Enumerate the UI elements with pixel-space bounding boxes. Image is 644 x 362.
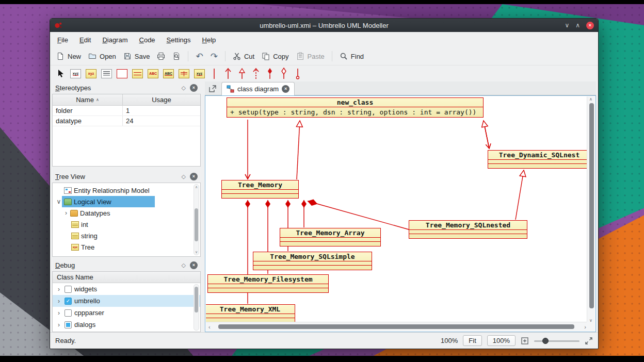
table-row[interactable]: datatype 24	[53, 116, 200, 126]
debug-item-cppparser[interactable]: › cppparser	[53, 307, 200, 319]
uml-class-tree-dynamic-sqlnest[interactable]: Tree_Dynamic_SQLnest	[488, 150, 589, 169]
expand-icon[interactable]: ›	[56, 286, 62, 292]
scrollbar-thumb[interactable]	[195, 208, 198, 241]
page-zoom-icon[interactable]	[521, 337, 529, 345]
column-header-usage[interactable]: Usage	[123, 94, 200, 105]
expand-icon[interactable]: ›	[63, 210, 69, 216]
checkbox-umbrello[interactable]: ✓	[65, 298, 72, 305]
uml-class-tree-memory-filesystem[interactable]: Tree_Memory_Filesystem	[207, 274, 329, 293]
print-button[interactable]	[157, 52, 165, 60]
print-preview-button[interactable]	[172, 52, 181, 60]
close-button[interactable]: ×	[586, 22, 594, 29]
debug-item-umbrello[interactable]: › ✓ umbrello	[53, 295, 200, 307]
close-tab-icon[interactable]: ×	[282, 85, 289, 93]
menu-file[interactable]: File	[57, 36, 68, 44]
tree-item-logical-view[interactable]: ∨ Logical View	[53, 196, 200, 207]
zoom-slider[interactable]	[534, 337, 579, 344]
scroll-right-icon[interactable]: ›	[584, 324, 586, 330]
float-panel-icon[interactable]: ◇	[182, 262, 186, 268]
anchor-tool[interactable]	[293, 67, 302, 80]
checkbox-dialogs[interactable]	[65, 321, 72, 328]
class-tool[interactable]	[132, 69, 143, 78]
fullscreen-icon[interactable]	[585, 337, 593, 345]
expand-icon[interactable]: ›	[56, 322, 62, 328]
text-lines-tool[interactable]	[101, 69, 112, 78]
checkbox-widgets[interactable]	[65, 286, 72, 293]
tab-class-diagram[interactable]: class diagram ×	[221, 82, 295, 95]
entity-tool[interactable]: xyz	[194, 69, 205, 78]
redo-button[interactable]: ↷	[211, 52, 218, 61]
column-header-class-name[interactable]: Class Name	[53, 272, 200, 283]
scroll-up-icon[interactable]: ∧	[194, 185, 199, 189]
zoom-preset-button[interactable]: 100%	[487, 335, 516, 346]
slider-track[interactable]	[534, 340, 579, 342]
uml-class-tree-memory[interactable]: Tree_Memory	[221, 180, 299, 199]
diagram-canvas[interactable]: new_class + setup(type : string, dsn : s…	[206, 96, 589, 324]
uml-class-tree-memory-sqlnested[interactable]: Tree_Memory_SQLnested	[409, 220, 527, 239]
datatype-tool[interactable]: ABC	[163, 69, 174, 78]
scroll-up-icon[interactable]: ∧	[589, 97, 592, 102]
uml-class-tree-memory-xml[interactable]: Tree_Memory_XML	[206, 304, 295, 323]
close-panel-icon[interactable]: ×	[190, 261, 198, 269]
generalization-tree-memory-new-class[interactable]	[297, 121, 300, 179]
interface-tool[interactable]: ABC	[148, 69, 158, 78]
scrollbar-thumb[interactable]	[218, 324, 574, 329]
uml-class-tree-memory-array[interactable]: Tree_Memory_Array	[280, 228, 381, 246]
undo-button[interactable]: ↶	[196, 52, 203, 61]
aggregation-tool[interactable]	[279, 67, 288, 80]
composition-tool[interactable]	[265, 67, 275, 80]
column-header-name[interactable]: Name∧	[53, 94, 123, 105]
debug-item-dialogs[interactable]: › dialogs	[53, 319, 200, 331]
debug-item-widgets[interactable]: › widgets	[53, 283, 200, 295]
dependency-tool[interactable]	[251, 67, 261, 80]
titlebar[interactable]: umbrello-uml.xmi – Umbrello UML Modeller…	[50, 19, 598, 32]
generalization-tool[interactable]	[237, 67, 247, 80]
maximize-button[interactable]: ∧	[575, 22, 580, 28]
close-panel-icon[interactable]: ×	[190, 173, 198, 180]
menu-code[interactable]: Code	[139, 36, 155, 44]
menu-help[interactable]: Help	[202, 36, 216, 44]
new-button[interactable]: New	[56, 52, 81, 60]
tree-item-datatypes[interactable]: › Datatypes	[53, 207, 200, 219]
uml-class-new-class[interactable]: new_class + setup(type : string, dsn : s…	[227, 97, 484, 118]
table-row[interactable]: folder 1	[53, 106, 200, 116]
tree-item-tree[interactable]: xyz Tree	[53, 241, 200, 253]
association-tool[interactable]	[210, 67, 219, 80]
menu-diagram[interactable]: Diagram	[102, 36, 127, 44]
scrollbar-thumb[interactable]	[589, 103, 594, 308]
directed-association-tool[interactable]	[223, 67, 233, 80]
cut-button[interactable]: Cut	[233, 52, 254, 60]
open-button[interactable]: Open	[88, 52, 116, 60]
uml-class-tree-memory-sqlsimple[interactable]: Tree_Memory_SQLsimple	[253, 252, 372, 270]
collapse-icon[interactable]: ∨	[56, 199, 62, 205]
float-panel-icon[interactable]: ◇	[182, 85, 186, 91]
checkbox-cppparser[interactable]	[65, 309, 72, 317]
menu-settings[interactable]: Settings	[167, 36, 191, 44]
minimize-button[interactable]: ∨	[565, 22, 569, 28]
fit-button[interactable]: Fit	[463, 335, 481, 346]
copy-button[interactable]: Copy	[262, 52, 288, 60]
composition-sqlnested-tree-memory[interactable]	[308, 201, 409, 229]
expand-icon[interactable]: ›	[56, 298, 62, 304]
find-button[interactable]: Find	[340, 52, 364, 60]
generalization-sqlnested-tree-dynamic[interactable]	[516, 170, 524, 220]
detach-tab-button[interactable]	[207, 83, 218, 94]
tree-item-int[interactable]: int	[53, 219, 200, 230]
select-tool[interactable]	[56, 69, 66, 79]
text-tool[interactable]: xyz	[70, 69, 81, 78]
template-class-tool[interactable]	[179, 69, 189, 78]
tree-item-string[interactable]: string	[53, 230, 200, 241]
scroll-down-icon[interactable]: ∨	[194, 250, 199, 254]
scrollbar-thumb[interactable]	[195, 287, 198, 312]
tree-item-entity-relationship-model[interactable]: Entity Relationship Model	[53, 185, 200, 196]
menu-edit[interactable]: Edit	[79, 36, 91, 44]
save-button[interactable]: Save	[123, 52, 150, 60]
float-panel-icon[interactable]: ◇	[182, 174, 186, 179]
slider-knob[interactable]	[542, 338, 549, 344]
expand-icon[interactable]: ›	[56, 310, 62, 316]
box-tool[interactable]	[117, 69, 127, 78]
generalization-tree-dynamic-new-class[interactable]	[484, 121, 489, 149]
close-panel-icon[interactable]: ×	[190, 84, 198, 92]
scroll-left-icon[interactable]: ‹	[208, 324, 211, 330]
paste-button[interactable]: Paste	[296, 52, 325, 60]
